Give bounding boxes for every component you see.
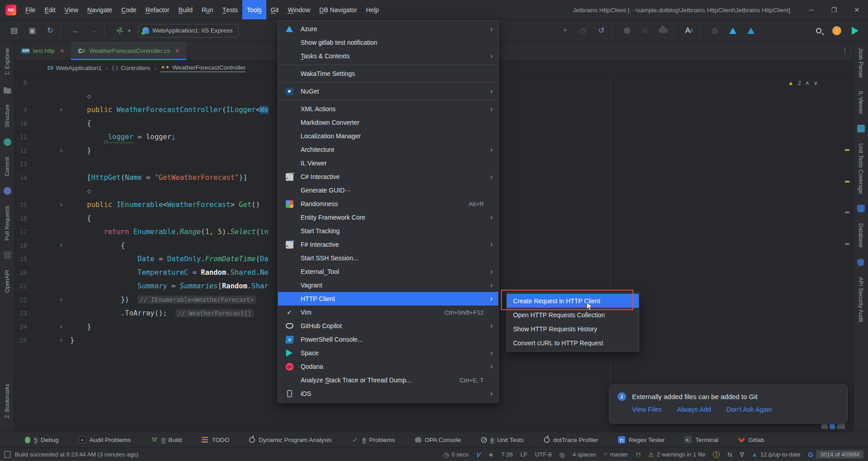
db-toolwindow-icon[interactable] [857, 205, 865, 212]
forward-icon[interactable]: → [87, 24, 101, 38]
menu-item-xml-actions[interactable]: XML Actions› [278, 102, 498, 116]
menubar-item-git[interactable]: Git [266, 0, 283, 19]
teal-toolwindow-icon[interactable] [857, 125, 865, 132]
azure-icon[interactable] [726, 24, 740, 38]
close-icon[interactable]: ✕ [175, 47, 180, 54]
menubar-item-view[interactable]: View [60, 0, 83, 19]
menubar-item-help[interactable]: Help [362, 0, 384, 19]
status-master[interactable]: ⑂master [604, 451, 628, 458]
menu-item-azure[interactable]: Azure› [278, 22, 498, 36]
notification-action-always-add[interactable]: Always Add [677, 406, 711, 413]
maximize-button[interactable]: ❐ [823, 0, 845, 20]
back-icon[interactable]: ← [69, 24, 83, 38]
menubar-item-build[interactable]: Build [174, 0, 197, 19]
update-icon[interactable]: ↑ [830, 24, 844, 38]
menu-item-show-gitlab-test-notification[interactable]: Show gitlab test notification [278, 36, 498, 49]
menu-item-generate-guid[interactable]: Generate GUID··· [278, 183, 498, 197]
menu-item-randomness[interactable]: RandomnessAlt+R [278, 197, 498, 211]
build-hammer-icon[interactable]: ⚒ [110, 21, 129, 40]
inspections-widget[interactable]: ▲ 2 ∧ ∨ [788, 80, 818, 86]
notification-action-view-files[interactable]: View Files [632, 406, 662, 413]
sync-icon[interactable]: ↻ [43, 24, 57, 38]
menu-item-space[interactable]: Space› [278, 346, 498, 360]
fold-marker-icon[interactable]: ∨ [27, 239, 70, 252]
hexagon-icon[interactable] [620, 24, 634, 38]
toolwindow-button-opa-console[interactable]: OPA Console [415, 437, 461, 443]
prev-warning-icon[interactable]: ∧ [805, 80, 810, 86]
shield-toolwindow-icon[interactable] [857, 259, 865, 266]
breadcrumb-item-webapplication1[interactable]: C#WebApplication1 [47, 65, 102, 71]
menubar-item-window[interactable]: Window [283, 0, 315, 19]
openapi-toolwindow-icon[interactable] [4, 251, 11, 259]
error-stripe-mark[interactable] [845, 243, 849, 245]
status-n-glyph[interactable]: N [727, 451, 732, 458]
toolwindow-api-security-audit[interactable]: API Security Audit [858, 277, 864, 322]
toolwindow-il-viewer[interactable]: IL Viewer [858, 91, 864, 114]
menu-item-architecture[interactable]: Architecture› [278, 143, 498, 156]
menu-item-powershell-console[interactable]: >PowerShell Console... [278, 333, 498, 346]
menu-item-http-client[interactable]: HTTP Client› [278, 292, 498, 306]
find-in-files-icon[interactable]: ⌸ [638, 24, 652, 38]
menubar-item-tests[interactable]: Tests [218, 0, 242, 19]
close-icon[interactable]: ✕ [60, 47, 65, 54]
save-icon[interactable]: ▣ [25, 24, 39, 38]
history-icon[interactable]: ◷ [576, 24, 590, 38]
toolwindow-button-terminal[interactable]: >_Terminal [684, 436, 718, 443]
statusbar-build-status[interactable]: Build succeeded at 9:23:44 AM (3 minutes… [5, 451, 138, 458]
minimize-button[interactable]: ─ [800, 0, 823, 20]
status-unlock[interactable]: ⊓ [636, 451, 641, 458]
menu-item-wakatime-settings[interactable]: WakaTime Settings [278, 67, 498, 80]
pr-toolwindow-icon[interactable] [4, 187, 11, 195]
status-12-up-to-date[interactable]: ▲12 Δ/up-to-date [752, 451, 801, 458]
menubar-item-db-navigator[interactable]: DB Navigator [315, 0, 361, 19]
run-configuration-select[interactable]: WebApplication1: IIS Express [138, 24, 239, 38]
menu-item-analyze-stack-trace-or-thread-dump[interactable]: Analyze Stack Trace or Thread Dump...Ctr… [278, 373, 498, 387]
menubar-item-tools[interactable]: Tools [242, 0, 266, 19]
menu-item-entity-framework-core[interactable]: Entity Framework Core› [278, 211, 498, 224]
breadcrumb-item-controllers[interactable]: ⟨ ⟩Controllers [112, 65, 151, 71]
toolwindow-json-parser[interactable]: Json Parser [858, 48, 864, 78]
notification-action-don-t-ask-again[interactable]: Don't Ask Again [726, 406, 772, 413]
azure-code-icon[interactable] [744, 24, 758, 38]
fold-marker-icon[interactable]: ∧ [27, 334, 70, 347]
fold-marker-icon[interactable]: ∧ [27, 293, 70, 306]
commit-toolwindow-icon[interactable] [4, 138, 11, 146]
status-0-secs[interactable]: ◷0 secs [443, 451, 468, 458]
tab-options-icon[interactable]: ⋮ [842, 47, 849, 54]
toolwindow-1-explorer[interactable]: 1: Explorer [4, 48, 10, 75]
toolwindow-button-todo[interactable]: TODO [202, 437, 229, 443]
tab-weatherforecastcontroller-cs[interactable]: C#WeatherForecastController.cs✕ [71, 42, 186, 60]
menu-item-vim[interactable]: ✓VimCtrl+Shift+F12 [278, 306, 498, 319]
menu-item-vagrant[interactable]: Vagrant› [278, 278, 498, 292]
toolwindow-commit[interactable]: Commit [4, 157, 10, 176]
toolwindow-unit-tests-coverage[interactable]: Unit Tests Coverage [858, 143, 864, 194]
menubar-item-run[interactable]: Run [197, 0, 218, 19]
open-folder-icon[interactable]: ▤ [7, 24, 21, 38]
scrollbar-thumb[interactable] [830, 424, 835, 429]
status-utf-8[interactable]: UTF-8 [535, 451, 552, 458]
menubar-item-edit[interactable]: Edit [40, 0, 60, 19]
menubar-item-code[interactable]: Code [117, 0, 141, 19]
globe-icon[interactable]: ◍ [708, 24, 722, 38]
breadcrumb-item-weatherforecastcontroller[interactable]: ✦✦WeatherForecastController [160, 64, 245, 72]
fold-marker-icon[interactable]: ∨ [27, 198, 70, 212]
menu-item-github-copilot[interactable]: GitHub Copilot› [278, 319, 498, 333]
menubar-item-navigate[interactable]: Navigate [83, 0, 117, 19]
menubar-item-refactor[interactable]: Refactor [141, 0, 174, 19]
cloud-icon[interactable] [656, 24, 670, 38]
menu-item-tasks-contexts[interactable]: Tasks & Contexts› [278, 49, 498, 63]
toolwindow-button-gitlab[interactable]: Gitlab [738, 437, 764, 443]
toolwindow-button-5-debug[interactable]: 5: Debug [25, 437, 59, 443]
status-4-spaces[interactable]: 4 spaces [573, 451, 596, 458]
ai-sparkle-icon[interactable]: ✦ [558, 24, 572, 38]
fold-marker-icon[interactable]: ∨ [27, 103, 70, 117]
scrollbar-thumb[interactable] [837, 424, 845, 429]
menu-item-start-ssh-session[interactable]: Start SSH Session... [278, 251, 498, 265]
error-stripe-mark[interactable] [845, 181, 849, 183]
menu-item-markdown-converter[interactable]: Markdown Converter [278, 116, 498, 129]
menu-item-start-tracking[interactable]: Start Tracking [278, 224, 498, 238]
submenu-item-convert-curl-to-http-request[interactable]: Convert cURL to HTTP Request [507, 336, 639, 350]
menu-item-f-interactive[interactable]: >_F#F# Interactive› [278, 238, 498, 251]
fold-marker-icon[interactable]: ∧ [27, 144, 70, 157]
tab-test-http[interactable]: APItest.http✕ [15, 42, 71, 60]
